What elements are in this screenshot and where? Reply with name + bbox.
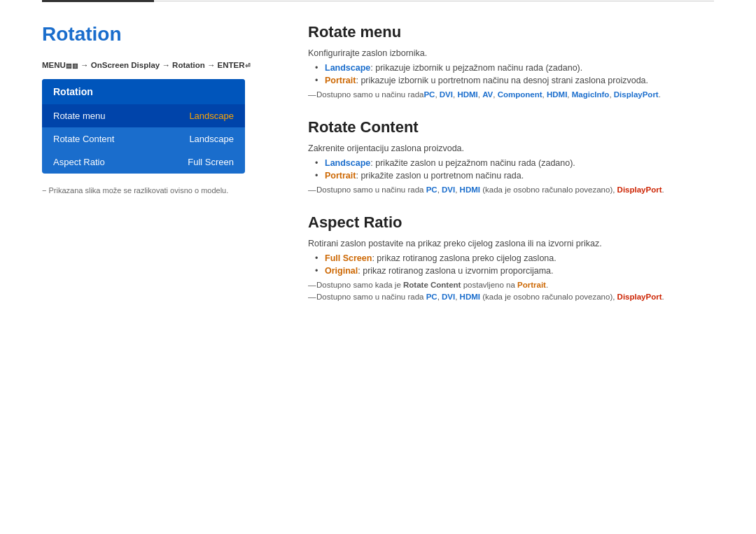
footnote: − Prikazana slika može se razlikovati ov…: [42, 186, 280, 195]
aspect-ratio-bullets: Full Screen: prikaz rotiranog zaslona pr…: [315, 253, 714, 276]
menu-row-aspect-ratio-label: Aspect Ratio: [53, 157, 105, 167]
rotate-menu-note: Dostupno samo u načinu radaPC, DVI, HDMI…: [308, 90, 714, 99]
top-border-right: [154, 1, 714, 1]
fullscreen-label: Full Screen: [325, 253, 372, 263]
section-rotate-content: Rotate Content Zakrenite orijentaciju za…: [308, 118, 714, 194]
menu-row-aspect-ratio[interactable]: Aspect Ratio Full Screen: [42, 150, 245, 174]
portrait-label-1: Portrait: [325, 76, 356, 85]
bullet-portrait-1: Portrait: prikazuje izbornik u portretno…: [315, 76, 714, 85]
section-aspect-ratio-desc: Rotirani zaslon postavite na prikaz prek…: [308, 239, 714, 248]
bullet-landscape-2: Landscape: prikažite zaslon u pejzažnom …: [315, 158, 714, 168]
section-rotate-content-desc: Zakrenite orijentaciju zaslona proizvoda…: [308, 143, 714, 153]
rotate-menu-bullets: Landscape: prikazuje izbornik u pejzažno…: [315, 63, 714, 85]
left-column: Rotation MENU▤▥ → OnScreen Display → Rot…: [42, 23, 280, 321]
aspect-ratio-note-1: Dostupno samo kada je Rotate Content pos…: [308, 281, 714, 289]
menu-row-rotate-menu[interactable]: Rotate menu Landscape: [42, 104, 245, 127]
menu-path-rotation: Rotation: [172, 61, 205, 69]
menu-row-rotate-menu-value: Landscape: [189, 111, 234, 121]
landscape-desc-1: : prikazuje izbornik u pejzažnom načinu …: [370, 63, 582, 73]
menu-row-rotate-content-value: Landscape: [189, 134, 234, 144]
fullscreen-desc: : prikaz rotiranog zaslona preko cijelog…: [372, 253, 556, 263]
bullet-portrait-2: Portrait: prikažite zaslon u portretnom …: [315, 171, 714, 181]
original-desc: : prikaz rotiranog zaslona u izvornim pr…: [358, 266, 553, 276]
section-rotate-menu-desc: Konfigurirajte zaslon izbornika.: [308, 48, 714, 58]
bullet-original: Original: prikaz rotiranog zaslona u izv…: [315, 266, 714, 276]
portrait-label-2: Portrait: [325, 171, 356, 181]
landscape-desc-2: : prikažite zaslon u pejzažnom načinu ra…: [370, 158, 575, 168]
rotate-content-note: Dostupno samo u načinu rada PC, DVI, HDM…: [308, 185, 714, 194]
top-border-left: [42, 0, 154, 2]
menu-path-onscreen: OnScreen Display: [91, 61, 160, 69]
landscape-label-2: Landscape: [325, 158, 370, 168]
bullet-landscape-1: Landscape: prikazuje izbornik u pejzažno…: [315, 63, 714, 73]
original-label: Original: [325, 266, 358, 276]
portrait-desc-2: : prikažite zaslon u portretnom načinu r…: [356, 171, 524, 181]
aspect-ratio-note-2: Dostupno samo u načinu rada PC, DVI, HDM…: [308, 293, 714, 301]
menu-path: MENU▤▥ → OnScreen Display → Rotation → E…: [42, 61, 280, 69]
section-aspect-ratio: Aspect Ratio Rotirani zaslon postavite n…: [308, 213, 714, 301]
page-title: Rotation: [42, 23, 280, 45]
menu-ui-header: Rotation: [42, 79, 245, 104]
section-rotate-menu-title: Rotate menu: [308, 23, 714, 41]
rotate-content-bold: Rotate Content: [403, 281, 461, 289]
menu-row-rotate-menu-label: Rotate menu: [53, 111, 105, 121]
menu-row-rotate-content[interactable]: Rotate Content Landscape: [42, 127, 245, 150]
landscape-label-1: Landscape: [325, 63, 370, 73]
main-container: Rotation MENU▤▥ → OnScreen Display → Rot…: [0, 2, 756, 349]
section-rotate-menu: Rotate menu Konfigurirajte zaslon izborn…: [308, 23, 714, 99]
portrait-desc-1: : prikazuje izbornik u portretnom načinu…: [356, 76, 648, 85]
rotate-content-bullets: Landscape: prikažite zaslon u pejzažnom …: [315, 158, 714, 181]
section-aspect-ratio-title: Aspect Ratio: [308, 213, 714, 232]
bullet-fullscreen: Full Screen: prikaz rotiranog zaslona pr…: [315, 253, 714, 263]
menu-ui: Rotation Rotate menu Landscape Rotate Co…: [42, 79, 245, 174]
section-rotate-content-title: Rotate Content: [308, 118, 714, 136]
menu-row-rotate-content-label: Rotate Content: [53, 134, 114, 144]
right-column: Rotate menu Konfigurirajte zaslon izborn…: [308, 23, 714, 321]
menu-row-aspect-ratio-value: Full Screen: [188, 157, 234, 167]
